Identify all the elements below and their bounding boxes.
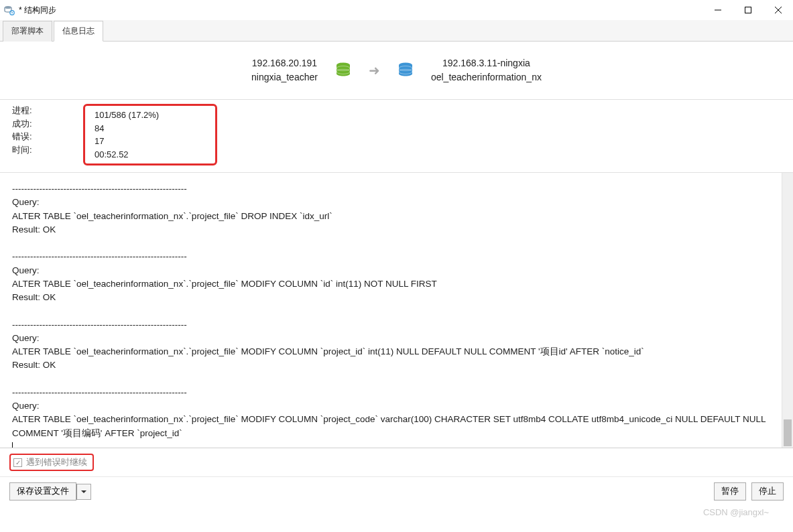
continue-on-error-checkbox[interactable]: ✓ [13, 458, 22, 467]
database-icon-source [334, 61, 353, 80]
scroll-thumb[interactable] [784, 419, 792, 446]
process-value: 101/586 (17.2%) [95, 109, 206, 122]
error-label: 错误: [12, 130, 83, 143]
target-ip: 192.168.3.11-ningxia [431, 56, 542, 70]
app-icon [4, 5, 15, 15]
target-db: oel_teacherinformation_nx [431, 70, 542, 84]
error-value: 17 [95, 135, 206, 148]
text-cursor [12, 442, 13, 448]
arrow-right-icon: ➜ [369, 62, 380, 78]
connection-row: 192.168.20.191 ningxia_teacher ➜ 192.168… [0, 42, 793, 100]
continue-on-error-label: 遇到错误时继续 [26, 456, 87, 468]
success-value: 84 [95, 122, 206, 135]
close-button[interactable] [763, 1, 793, 19]
titlebar: * 结构同步 [0, 0, 793, 20]
process-label: 进程: [12, 104, 83, 117]
stats-highlight-box: 101/586 (17.2%) 84 17 00:52.52 [83, 104, 217, 165]
svg-rect-3 [745, 7, 751, 13]
window-title: * 结构同步 [19, 5, 56, 16]
pause-button[interactable]: 暂停 [714, 482, 746, 501]
save-settings-button[interactable]: 保存设置文件 [9, 482, 76, 501]
tab-deploy-script[interactable]: 部署脚本 [3, 21, 52, 42]
minimize-button[interactable] [703, 1, 733, 19]
source-ip: 192.168.20.191 [251, 56, 318, 70]
tab-info-log[interactable]: 信息日志 [54, 21, 103, 42]
target-connection: 192.168.3.11-ningxia oel_teacherinformat… [431, 56, 542, 84]
checkbox-row: ✓ 遇到错误时继续 [0, 448, 793, 477]
footer: 保存设置文件 暂停 停止 [0, 477, 793, 506]
svg-point-0 [5, 6, 11, 9]
tabs: 部署脚本 信息日志 [0, 20, 793, 42]
source-connection: 192.168.20.191 ningxia_teacher [251, 56, 318, 84]
time-label: 时间: [12, 143, 83, 157]
save-settings-dropdown[interactable] [76, 484, 91, 500]
stats-section: 进程: 成功: 错误: 时间: 101/586 (17.2%) 84 17 00… [0, 100, 793, 173]
maximize-button[interactable] [733, 1, 763, 19]
stop-button[interactable]: 停止 [751, 482, 784, 501]
log-textarea[interactable]: ----------------------------------------… [0, 173, 782, 448]
source-db: ningxia_teacher [251, 70, 318, 84]
database-icon-target [396, 61, 415, 80]
scrollbar-vertical[interactable] [782, 173, 793, 448]
success-label: 成功: [12, 117, 83, 131]
time-value: 00:52.52 [95, 148, 206, 161]
